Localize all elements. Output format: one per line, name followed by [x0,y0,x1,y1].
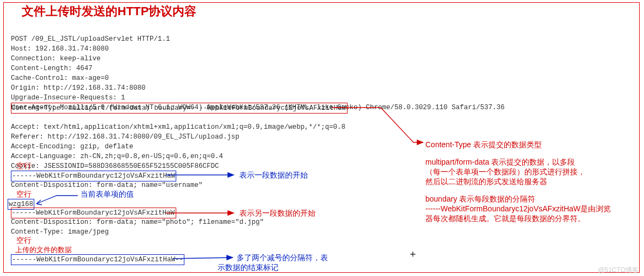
connection: Connection: keep-alive [11,55,101,62]
upgrade: Upgrade-Insecure-Requests: 1 [11,94,125,102]
boundary-end-row: ------WebKitFormBoundaryc12joVsAFxzitHaW… [11,254,184,265]
origin: Origin: http://192.168.31.74:8080 [11,84,146,92]
cache-control: Cache-Control: max-age=0 [11,74,109,82]
req-line: POST /09_EL_JSTL/uploadServlet HTTP/1.1 [11,35,170,43]
accept-encoding: Accept-Encoding: gzip, deflate [11,143,133,150]
bd-expl-3: 器每次都随机生成。它就是每段数据的分界符。 [425,214,585,224]
watermark: @51CTO博客 [598,266,639,275]
start-seg-label: 表示一段数据的开始 [239,171,308,180]
start-seg2-label: 表示另一段数据的开始 [239,209,315,218]
boundary-2-row: ------WebKitFormBoundaryc12joVsAFxzitHaW [11,208,176,218]
blank-line-3-label: 空行 [16,236,32,246]
content-disposition-1: Content-Disposition: form-data; name="us… [11,180,203,190]
file-data-label: 上传的文件的数据 [15,245,72,255]
http-lines: POST /09_EL_JSTL/uploadServlet HTTP/1.1 … [11,24,505,112]
content-disposition-2: Content-Disposition: form-data; name="ph… [11,217,264,227]
blank-line-1-label: 空行 [16,161,32,171]
blank-line-2-label: 空行 [16,190,32,199]
mp-expl-1: multipart/form-data 表示提交的数据，以多段 [425,158,575,167]
mp-expl-2: （每一个表单项一个数据段）的形式进行拼接， [425,167,585,177]
referer: Referer: http://192.168.31.74:8080/09_EL… [11,133,239,141]
end-seg-label-2: 示数据的结束标记 [218,263,278,273]
http-lines-2: Accept: text/html,application/xhtml+xml,… [11,112,345,171]
boundary-end-box: ------WebKitFormBoundaryc12joVsAFxzitHaW… [11,254,184,265]
content-length: Content-Length: 4647 [11,65,92,72]
cookie: Cookie: JSESSIONID=588D36868550E65F52155… [11,162,219,170]
boundary-2-box: ------WebKitFormBoundaryc12joVsAFxzitHaW [11,208,176,218]
bd-expl-1: boundary 表示每段数据的分隔符 [425,195,535,204]
end-seg-label-1: 多了两个减号的分隔符，表 [237,253,328,263]
ct-expl: Content-Type 表示提交的数据类型 [425,140,542,150]
accept: Accept: text/html,application/xhtml+xml,… [11,123,345,131]
host: Host: 192.168.31.74:8080 [11,45,109,53]
boundary-1-box: ------WebKitFormBoundaryc12joVsAFxzitHaW [11,171,176,181]
current-value-label: 当前表单项的值 [81,190,134,199]
heading: 文件上传时发送的HTTP协议内容 [22,3,196,20]
boundary-1-row: ------WebKitFormBoundaryc12joVsAFxzitHaW [11,171,176,181]
bd-expl-2: ------WebKitFormBoundaryc12joVsAFxzitHaW… [425,204,611,214]
cursor-icon: ＋ [408,247,418,260]
mp-expl-3: 然后以二进制流的形式发送给服务器 [425,177,547,187]
content-type-box: Content-Type: multipart/form-data; bound… [11,103,348,114]
content-type-row: Content-Type: multipart/form-data; bound… [11,103,348,114]
accept-language: Accept-Language: zh-CN,zh;q=0.8,en-US;q=… [11,153,223,160]
